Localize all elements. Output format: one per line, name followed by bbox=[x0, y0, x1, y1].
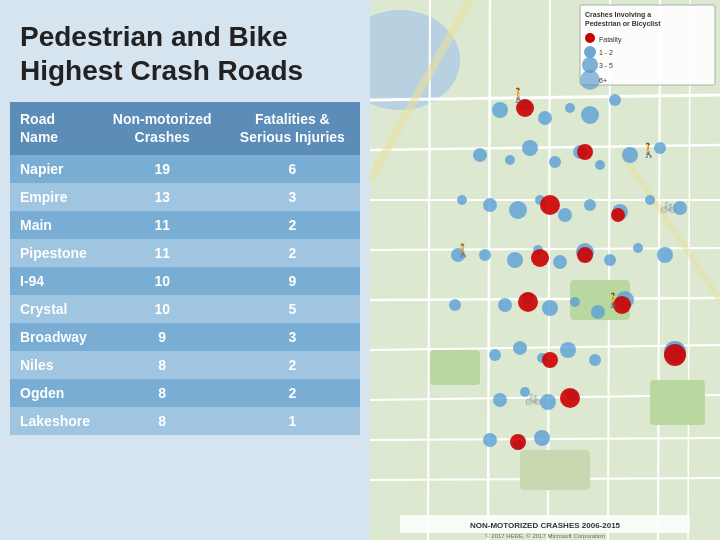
svg-point-96 bbox=[585, 33, 595, 43]
svg-text:🚲: 🚲 bbox=[660, 197, 677, 214]
svg-text:1 - 2: 1 - 2 bbox=[599, 49, 613, 56]
svg-rect-21 bbox=[650, 380, 705, 425]
table-row: Empire 13 3 bbox=[10, 183, 360, 211]
svg-point-31 bbox=[522, 140, 538, 156]
svg-point-65 bbox=[493, 393, 507, 407]
svg-point-60 bbox=[513, 341, 527, 355]
col-road-name: Road Name bbox=[10, 102, 100, 154]
svg-point-80 bbox=[577, 247, 593, 263]
svg-point-71 bbox=[534, 430, 550, 446]
svg-point-69 bbox=[483, 433, 497, 447]
svg-point-79 bbox=[531, 249, 549, 267]
fatalities-cell: 2 bbox=[225, 239, 360, 267]
non-motorized-cell: 8 bbox=[100, 351, 225, 379]
svg-point-23 bbox=[492, 102, 508, 118]
road-name-cell: Niles bbox=[10, 351, 100, 379]
table-row: Broadway 9 3 bbox=[10, 323, 360, 351]
svg-point-30 bbox=[505, 155, 515, 165]
fatalities-cell: 1 bbox=[225, 407, 360, 435]
non-motorized-cell: 13 bbox=[100, 183, 225, 211]
fatalities-cell: 2 bbox=[225, 379, 360, 407]
svg-point-100 bbox=[580, 70, 600, 90]
svg-point-27 bbox=[581, 106, 599, 124]
fatalities-cell: 5 bbox=[225, 295, 360, 323]
svg-point-62 bbox=[560, 342, 576, 358]
svg-point-56 bbox=[570, 297, 580, 307]
svg-point-51 bbox=[633, 243, 643, 253]
table-row: I-94 10 9 bbox=[10, 267, 360, 295]
svg-text:3 - 5: 3 - 5 bbox=[599, 62, 613, 69]
svg-text:🚶: 🚶 bbox=[510, 87, 528, 104]
svg-point-40 bbox=[558, 208, 572, 222]
svg-rect-20 bbox=[430, 350, 480, 385]
svg-point-48 bbox=[553, 255, 567, 269]
road-name-cell: I-94 bbox=[10, 267, 100, 295]
road-name-cell: Ogden bbox=[10, 379, 100, 407]
svg-point-63 bbox=[589, 354, 601, 366]
svg-text:🚶: 🚶 bbox=[605, 292, 623, 309]
non-motorized-cell: 8 bbox=[100, 379, 225, 407]
svg-point-52 bbox=[657, 247, 673, 263]
svg-text:🚶: 🚶 bbox=[640, 142, 658, 159]
road-name-cell: Lakeshore bbox=[10, 407, 100, 435]
svg-point-76 bbox=[577, 144, 593, 160]
svg-point-85 bbox=[560, 388, 580, 408]
svg-point-78 bbox=[611, 208, 625, 222]
fatalities-cell: 9 bbox=[225, 267, 360, 295]
svg-point-84 bbox=[542, 352, 558, 368]
svg-point-77 bbox=[540, 195, 560, 215]
svg-text:6+: 6+ bbox=[599, 77, 607, 84]
svg-point-45 bbox=[479, 249, 491, 261]
table-row: Main 11 2 bbox=[10, 211, 360, 239]
svg-point-29 bbox=[473, 148, 487, 162]
svg-point-67 bbox=[540, 394, 556, 410]
table-area: Road Name Non-motorized Crashes Fataliti… bbox=[0, 102, 370, 540]
svg-text:🚶: 🚶 bbox=[455, 242, 472, 259]
fatalities-cell: 2 bbox=[225, 211, 360, 239]
map-svg: 🚶 🚶 🚲 🚶 🚶 🚲 Crashes Involving a Pedestri… bbox=[370, 0, 720, 540]
page-title: Pedestrian and Bike Highest Crash Roads bbox=[20, 20, 350, 87]
svg-point-55 bbox=[542, 300, 558, 316]
svg-point-72 bbox=[449, 299, 461, 311]
table-row: Crystal 10 5 bbox=[10, 295, 360, 323]
svg-point-53 bbox=[498, 298, 512, 312]
main-container: Pedestrian and Bike Highest Crash Roads … bbox=[0, 0, 720, 540]
fatalities-cell: 2 bbox=[225, 351, 360, 379]
table-row: Napier 19 6 bbox=[10, 155, 360, 183]
non-motorized-cell: 8 bbox=[100, 407, 225, 435]
svg-point-83 bbox=[664, 344, 686, 366]
svg-point-98 bbox=[584, 46, 596, 58]
svg-point-46 bbox=[507, 252, 523, 268]
svg-point-35 bbox=[622, 147, 638, 163]
svg-point-86 bbox=[510, 434, 526, 450]
col-fatalities: Fatalities & Serious Injuries bbox=[225, 102, 360, 154]
svg-point-59 bbox=[489, 349, 501, 361]
table-row: Ogden 8 2 bbox=[10, 379, 360, 407]
svg-text:Fatality: Fatality bbox=[599, 36, 622, 44]
svg-point-34 bbox=[595, 160, 605, 170]
svg-point-32 bbox=[549, 156, 561, 168]
svg-point-81 bbox=[518, 292, 538, 312]
fatalities-cell: 3 bbox=[225, 323, 360, 351]
road-name-cell: Empire bbox=[10, 183, 100, 211]
fatalities-cell: 3 bbox=[225, 183, 360, 211]
svg-text:NON-MOTORIZED CRASHES 2006-201: NON-MOTORIZED CRASHES 2006-2015 bbox=[470, 521, 621, 530]
non-motorized-cell: 11 bbox=[100, 239, 225, 267]
table-row: Lakeshore 8 1 bbox=[10, 407, 360, 435]
road-name-cell: Broadway bbox=[10, 323, 100, 351]
svg-text:Crashes Involving a: Crashes Involving a bbox=[585, 11, 651, 19]
svg-point-25 bbox=[538, 111, 552, 125]
road-name-cell: Main bbox=[10, 211, 100, 239]
svg-point-38 bbox=[509, 201, 527, 219]
left-panel: Pedestrian and Bike Highest Crash Roads … bbox=[0, 0, 370, 540]
fatalities-cell: 6 bbox=[225, 155, 360, 183]
non-motorized-cell: 10 bbox=[100, 267, 225, 295]
non-motorized-cell: 9 bbox=[100, 323, 225, 351]
map-placeholder: 🚶 🚶 🚲 🚶 🚶 🚲 Crashes Involving a Pedestri… bbox=[370, 0, 720, 540]
non-motorized-cell: 11 bbox=[100, 211, 225, 239]
svg-point-57 bbox=[591, 305, 605, 319]
svg-text:© 2017 HERE, © 2017 Microsoft : © 2017 HERE, © 2017 Microsoft Corporatio… bbox=[485, 533, 605, 539]
svg-point-41 bbox=[584, 199, 596, 211]
svg-point-28 bbox=[609, 94, 621, 106]
non-motorized-cell: 19 bbox=[100, 155, 225, 183]
